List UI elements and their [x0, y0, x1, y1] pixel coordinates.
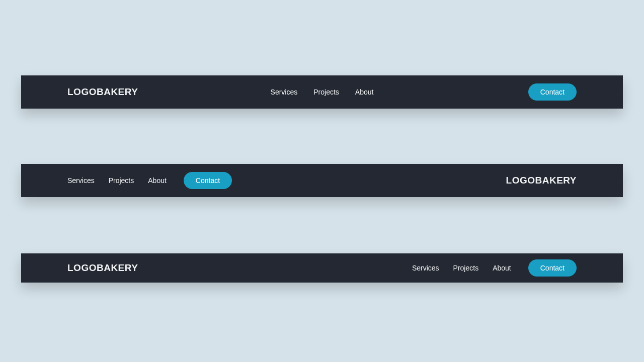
navbar-variant-3: LOGOBAKERY Services Projects About Conta… — [21, 253, 623, 283]
navbar-variant-2: Services Projects About Contact LOGOBAKE… — [21, 164, 623, 197]
nav-link-services[interactable]: Services — [67, 176, 95, 185]
nav-link-projects[interactable]: Projects — [313, 88, 339, 96]
nav-links-center: Services Projects About — [271, 88, 374, 96]
navbar-variant-1: LOGOBAKERY Services Projects About Conta… — [21, 75, 623, 109]
nav-link-projects[interactable]: Projects — [453, 264, 479, 272]
nav-link-about[interactable]: About — [355, 88, 374, 96]
brand-logo[interactable]: LOGOBAKERY — [67, 86, 138, 98]
contact-button[interactable]: Contact — [528, 83, 577, 101]
nav-link-about[interactable]: About — [493, 264, 511, 272]
nav-links-left: Services Projects About Contact — [67, 172, 232, 189]
nav-link-projects[interactable]: Projects — [109, 176, 134, 185]
nav-link-services[interactable]: Services — [271, 88, 298, 96]
nav-links-right: Services Projects About Contact — [412, 259, 577, 277]
contact-button[interactable]: Contact — [528, 259, 577, 277]
brand-logo[interactable]: LOGOBAKERY — [506, 175, 577, 186]
nav-link-about[interactable]: About — [148, 176, 167, 185]
nav-link-services[interactable]: Services — [412, 264, 439, 272]
brand-logo[interactable]: LOGOBAKERY — [67, 262, 138, 274]
contact-button[interactable]: Contact — [184, 172, 232, 189]
